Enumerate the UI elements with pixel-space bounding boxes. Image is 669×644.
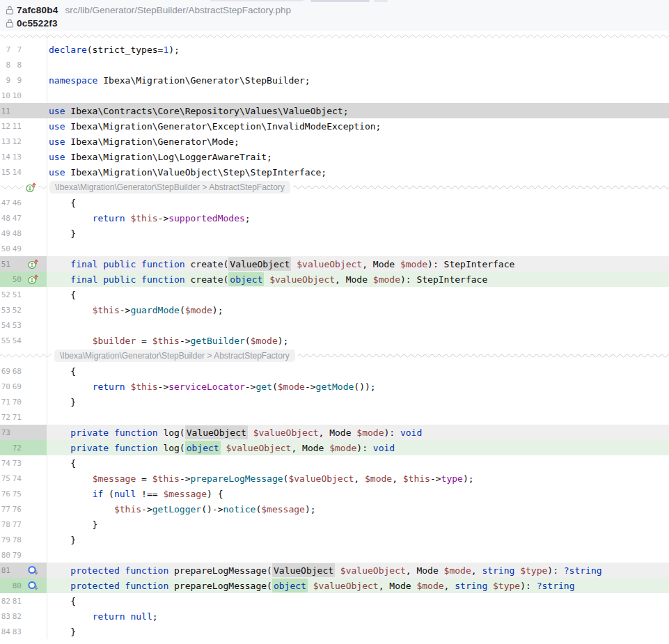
fold-region-label[interactable]: \Ibexa\Migration\Generator\StepBuilder >… [49, 181, 290, 194]
code-line[interactable] [47, 57, 669, 72]
code-line[interactable]: use Ibexa\Migration\Log\LoggerAwareTrait… [47, 149, 669, 164]
code-line[interactable]: private function log(object $valueObject… [47, 440, 669, 455]
code-token [49, 581, 70, 591]
code-line[interactable]: { [47, 455, 669, 471]
line-numbers: 1312 [0, 134, 47, 149]
old-line-number: 9 [0, 76, 10, 85]
code-line[interactable]: return null; [47, 608, 669, 624]
collapsed-region-divider[interactable]: \Ibexa\Migration\Generator\StepBuilder >… [0, 180, 669, 195]
code-token: create( [185, 259, 229, 269]
code-line[interactable] [47, 241, 669, 256]
line-numbers: 1413 [0, 149, 47, 164]
new-line-number: 73 [11, 459, 22, 468]
implements-method-gutter-icon[interactable] [25, 182, 37, 194]
code-line[interactable]: } [47, 532, 669, 547]
code-line[interactable]: { [47, 287, 669, 302]
code-token: declare [49, 45, 87, 55]
code-token: guardMode [130, 305, 179, 315]
code-line[interactable]: { [47, 363, 669, 379]
diff-line: 7170 } [0, 394, 669, 409]
code-line[interactable]: final public function create(ValueObject… [47, 256, 669, 272]
code-line[interactable]: } [47, 624, 669, 639]
collapsed-region-divider[interactable]: \Ibexa\Migration\Generator\StepBuilder >… [0, 348, 669, 363]
code-line[interactable]: return $this->supportedModes; [47, 210, 669, 226]
diff-line: 5251 { [0, 287, 669, 302]
diff-line: 5453 [0, 317, 669, 333]
code-token: $valueObject [226, 443, 292, 453]
code-token [136, 259, 141, 269]
code-token: public [103, 259, 136, 269]
code-token [109, 443, 114, 453]
code-token: ): [384, 427, 400, 438]
code-token: Ibexa\Migration\Log\LoggerAwareTrait; [65, 152, 271, 162]
code-token: return [93, 382, 125, 392]
code-line[interactable]: declare(strict_types=1); [47, 42, 669, 57]
code-token: -> [305, 382, 316, 392]
new-line-number: 13 [11, 152, 22, 162]
code-line[interactable]: $this->getLogger()->notice($message); [47, 501, 669, 517]
code-token: use [49, 152, 65, 162]
collapsed-region-divider[interactable] [0, 31, 669, 42]
line-numbers: 6968 [0, 363, 47, 379]
file-path: src/lib/Generator/StepBuilder/AbstractSt… [65, 5, 291, 15]
code-token: $this [130, 213, 157, 223]
code-line[interactable]: { [47, 195, 669, 210]
old-line-number: 54 [0, 321, 10, 330]
code-token: $this [93, 305, 120, 315]
code-line[interactable]: { [47, 593, 669, 608]
code-line[interactable]: $this->guardMode($mode); [47, 302, 669, 317]
commit-row-new: 0c5522f3 [6, 17, 669, 30]
code-token: private [70, 427, 109, 438]
code-line[interactable]: use Ibexa\Migration\Generator\Mode; [47, 134, 669, 149]
code-line[interactable] [47, 88, 669, 103]
new-line-number: 82 [11, 612, 22, 621]
code-line[interactable]: private function log(ValueObject $valueO… [47, 425, 669, 440]
code-line[interactable]: if (null !== $message) { [47, 486, 669, 501]
implements-method-gutter-icon[interactable] [27, 258, 39, 270]
line-numbers: 72 [0, 440, 47, 455]
diff-line: 77declare(strict_types=1); [0, 42, 669, 57]
code-token: $type [520, 565, 547, 576]
line-numbers: 1010 [0, 88, 47, 103]
line-numbers: 11 [0, 103, 47, 118]
code-line[interactable]: $builder = $this->getBuilder($mode); [47, 333, 669, 348]
new-line-number: 80 [11, 581, 22, 590]
code-token: type [441, 473, 463, 484]
code-line[interactable]: } [47, 394, 669, 409]
code-line[interactable]: use Ibexa\Migration\ValueObject\Step\Ste… [47, 164, 669, 180]
old-line-number: 78 [0, 520, 10, 529]
code-token: , Mode [335, 274, 373, 285]
new-line-number: 7 [11, 45, 22, 54]
overridden-method-gutter-icon[interactable] [27, 580, 39, 592]
code-line[interactable]: return $this->serviceLocator->get($mode-… [47, 379, 669, 394]
code-line[interactable] [47, 547, 669, 563]
code-line[interactable]: protected function prepareLogMessage(obj… [47, 578, 669, 593]
code-line[interactable]: $message = $this->prepareLogMessage($val… [47, 471, 669, 486]
code-line[interactable]: namespace Ibexa\Migration\Generator\Step… [47, 72, 669, 88]
old-line-number: 14 [0, 152, 10, 162]
code-line[interactable]: final public function create(object $val… [47, 272, 669, 287]
diff-line: 6968 { [0, 363, 669, 379]
code-line[interactable] [47, 317, 669, 333]
fold-region-label[interactable]: \Ibexa\Migration\Generator\StepBuilder >… [54, 350, 295, 362]
code-line[interactable]: } [47, 226, 669, 241]
code-token: ); [168, 45, 180, 55]
diff-header: 7afc80b4 src/lib/Generator/StepBuilder/A… [0, 0, 669, 31]
line-numbers: 51 [0, 256, 47, 272]
old-line-number: 82 [0, 597, 10, 606]
code-token: $mode [444, 565, 471, 576]
code-token: $message [163, 489, 207, 499]
code-line[interactable] [47, 409, 669, 425]
old-line-number: 48 [0, 214, 10, 223]
code-line[interactable]: use Ibexa\Migration\Generator\Exception\… [47, 118, 669, 134]
overridden-method-gutter-icon[interactable] [27, 565, 39, 576]
code-line[interactable]: protected function prepareLogMessage(Val… [47, 563, 669, 578]
code-token: ): StepInterface [427, 259, 514, 269]
code-token: getLogger [152, 504, 201, 515]
code-line[interactable]: } [47, 517, 669, 532]
old-line-number: 53 [0, 306, 10, 315]
code-token: , Mode [291, 443, 329, 453]
code-line[interactable]: use Ibexa\Contracts\Core\Repository\Valu… [47, 103, 669, 118]
diff-line: 1211use Ibexa\Migration\Generator\Except… [0, 118, 669, 134]
implements-method-gutter-icon[interactable] [27, 274, 39, 285]
